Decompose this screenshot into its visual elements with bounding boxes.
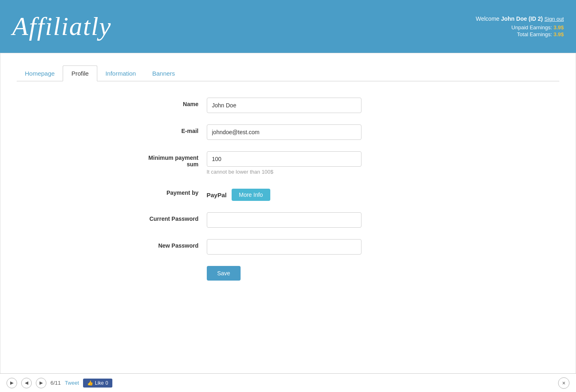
email-label: E-mail: [125, 124, 207, 134]
tweet-button[interactable]: Tweet: [65, 380, 79, 386]
bottom-bar: ▶ ◀ ▶ 6/11 Tweet 👍 Like 0 ×: [0, 373, 576, 392]
save-row: Save: [207, 266, 451, 281]
current-password-row: Current Password: [125, 212, 451, 228]
tab-profile[interactable]: Profile: [63, 65, 97, 81]
payment-field-wrap: PayPal More Info: [207, 186, 451, 201]
name-row: Name: [125, 98, 451, 113]
total-earnings-value: 3.9$: [554, 31, 564, 37]
user-name: John Doe (ID 2): [501, 15, 543, 22]
user-info: Welcome John Doe (ID 2) Sign out Unpaid …: [476, 15, 564, 37]
unpaid-earnings-line: Unpaid Earnings: 3.9$: [476, 24, 564, 30]
total-earnings-label: Total Earnings:: [517, 31, 552, 37]
payment-by-row: Payment by PayPal More Info: [125, 186, 451, 201]
email-field-wrap: [207, 124, 451, 140]
more-info-button[interactable]: More Info: [232, 189, 270, 201]
like-button[interactable]: 👍 Like 0: [83, 379, 112, 388]
current-password-field-wrap: [207, 212, 451, 228]
payment-by-label: Payment by: [125, 186, 207, 196]
email-input[interactable]: [207, 124, 361, 140]
logo: Affiliatly: [12, 11, 112, 41]
next-button[interactable]: ▶: [36, 378, 46, 388]
name-label: Name: [125, 98, 207, 107]
min-payment-hint: It cannot be lower than 100$: [207, 169, 451, 175]
main-content: Homepage Profile Information Banners Nam…: [0, 53, 576, 378]
min-payment-field-wrap: It cannot be lower than 100$: [207, 151, 451, 175]
play-button[interactable]: ▶: [7, 378, 17, 388]
tab-banners[interactable]: Banners: [144, 65, 183, 81]
min-payment-label: Minimum paymentsum: [125, 151, 207, 168]
new-password-input[interactable]: [207, 239, 361, 255]
welcome-text: Welcome: [476, 15, 499, 22]
current-password-input[interactable]: [207, 212, 361, 228]
thumbs-up-icon: 👍: [87, 380, 93, 386]
total-earnings-line: Total Earnings: 3.9$: [476, 31, 564, 37]
tab-homepage[interactable]: Homepage: [17, 65, 63, 81]
new-password-row: New Password: [125, 239, 451, 255]
min-payment-input[interactable]: [207, 151, 361, 167]
tab-bar: Homepage Profile Information Banners: [17, 65, 559, 81]
new-password-field-wrap: [207, 239, 451, 255]
min-payment-row: Minimum paymentsum It cannot be lower th…: [125, 151, 451, 175]
header: Affiliatly Welcome John Doe (ID 2) Sign …: [0, 0, 576, 53]
name-input[interactable]: [207, 98, 361, 113]
save-button[interactable]: Save: [207, 266, 241, 281]
payment-value: PayPal More Info: [207, 186, 451, 201]
current-password-label: Current Password: [125, 212, 207, 222]
payment-method: PayPal: [207, 192, 227, 198]
like-count: 0: [105, 380, 108, 386]
tab-information[interactable]: Information: [97, 65, 144, 81]
close-button[interactable]: ×: [558, 377, 569, 389]
sign-out-link[interactable]: Sign out: [544, 16, 564, 22]
page-info: 6/11: [50, 380, 61, 386]
unpaid-earnings-label: Unpaid Earnings:: [511, 24, 552, 30]
name-field-wrap: [207, 98, 451, 113]
profile-form: Name E-mail Minimum paymentsum It cannot…: [125, 98, 451, 281]
like-label: Like: [95, 380, 104, 386]
email-row: E-mail: [125, 124, 451, 140]
new-password-label: New Password: [125, 239, 207, 249]
prev-button[interactable]: ◀: [21, 378, 32, 388]
unpaid-earnings-value: 3.9$: [554, 24, 564, 30]
welcome-line: Welcome John Doe (ID 2) Sign out: [476, 15, 564, 22]
